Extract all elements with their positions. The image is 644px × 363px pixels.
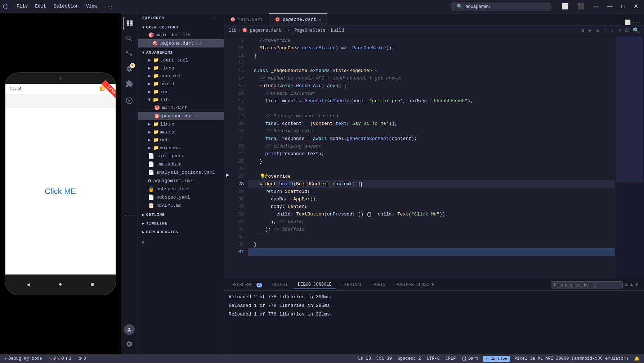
file-pageone-dart[interactable]: 🎯 pageone.dart — [138, 112, 224, 120]
panel-tab-postman[interactable]: POSTMAN CONSOLE — [391, 281, 439, 289]
sidebar: EXPLORER ··· ▼ OPEN EDITORS 🎯 main.dart … — [138, 13, 224, 354]
settings-icon[interactable] — [123, 337, 136, 350]
tab-pageone-dart[interactable]: 🎯 pageone.dart ✕ — [269, 13, 327, 26]
window-layout-btn-3[interactable]: ⚏ — [590, 2, 601, 10]
panel-tab-problems[interactable]: PROBLEMS 3 — [227, 281, 267, 289]
run-icon[interactable]: ▶ — [588, 27, 592, 34]
file-icon-analysis: 📄 — [148, 169, 154, 176]
phone-home-btn[interactable]: ● — [56, 280, 64, 289]
outline-header[interactable]: ▶ OUTLINE — [138, 211, 224, 218]
timeline-header[interactable]: ▶ TIMELINE — [138, 220, 224, 227]
window-layout-btn-1[interactable]: ⬜ — [559, 2, 572, 10]
panel-list-icon[interactable]: ≡ — [625, 282, 628, 288]
split-editor-icon[interactable]: ⬜ — [625, 19, 631, 26]
folder-lib[interactable]: ▼ 📂 lib — [138, 96, 224, 104]
phone-recents-btn[interactable]: ■ — [88, 280, 97, 289]
activity-remote[interactable] — [123, 94, 136, 107]
minimize-button[interactable]: — — [604, 2, 616, 10]
tab-main-dart[interactable]: 🎯 main.dart — [224, 13, 269, 26]
panel-scroll-down-icon[interactable]: ▼ — [635, 282, 638, 288]
status-encoding[interactable]: UTF-8 — [425, 356, 441, 361]
folder-dart-tool[interactable]: ▶ 📁 .dart_tool — [138, 56, 224, 64]
menu-more[interactable]: ··· — [101, 2, 116, 10]
refresh-icon[interactable]: ↻ — [595, 27, 600, 34]
search-bar[interactable]: 🔍 — [451, 2, 551, 11]
menu-selection[interactable]: Selection — [50, 2, 82, 10]
folder-web[interactable]: ▶ 📁 web — [138, 136, 224, 144]
go-live-button[interactable]: ⚡ Go Live — [483, 356, 510, 362]
window-layout-btn-2[interactable]: ⬛ — [574, 2, 587, 10]
status-notification[interactable]: 🔔 — [633, 356, 641, 362]
file-aquagemini-iml[interactable]: ⚙ aquagemini.iml — [138, 177, 224, 185]
file-metadata[interactable]: 📄 .metadata — [138, 160, 224, 168]
lightning-icon[interactable]: ⚡ — [617, 27, 622, 34]
file-readme[interactable]: 📋 README.md — [138, 201, 224, 210]
click-me-button-text[interactable]: Click ME — [45, 187, 76, 196]
arrow-up-icon[interactable]: ↑ — [603, 27, 607, 34]
status-line-endings[interactable]: CRLF — [444, 356, 457, 361]
language-icon: {} — [461, 356, 466, 361]
sidebar-expand-btn[interactable]: ▶ — [138, 236, 224, 248]
panel-tab-ports[interactable]: PORTS — [368, 281, 390, 289]
status-device[interactable]: Pixel 3a XL API 30000 (android-x86 emula… — [513, 356, 630, 361]
status-language[interactable]: {} Dart — [460, 356, 480, 361]
menu-edit[interactable]: Edit — [31, 2, 50, 10]
open-editor-pageone-dart[interactable]: ✕ 🎯 pageone.dart lib — [138, 39, 224, 47]
file-analysis-options[interactable]: 📄 analysis_options.yaml — [138, 168, 224, 177]
folder-build[interactable]: ▶ 📁 build — [138, 80, 224, 88]
grid-icon[interactable]: ⊞ — [581, 27, 585, 34]
file-pubspec-yaml[interactable]: 📄 pubspec.yaml — [138, 193, 224, 201]
code-line-21: // Receiving data — [248, 127, 615, 135]
folder-android[interactable]: ▶ 📁 android — [138, 72, 224, 80]
search-input[interactable] — [465, 4, 537, 9]
activity-search[interactable] — [123, 32, 136, 45]
panel-scroll-up-icon[interactable]: ▲ — [630, 282, 633, 288]
breadcrumb-method[interactable]: build — [331, 28, 344, 33]
status-spaces[interactable]: Spaces: 2 — [396, 356, 422, 361]
open-editor-main-dart[interactable]: 🎯 main.dart lib — [138, 31, 224, 39]
panel-filter-input[interactable] — [551, 281, 623, 289]
sidebar-menu-icon[interactable]: ··· — [211, 16, 220, 20]
panel-tab-output[interactable]: OUTPUT — [268, 281, 292, 289]
breadcrumb-file[interactable]: 🎯 pageone.dart — [242, 28, 281, 33]
folder-macos[interactable]: ▶ 📁 macos — [138, 128, 224, 136]
project-header[interactable]: ▼ AQUAGEMINI — [138, 49, 224, 56]
menu-view[interactable]: View — [82, 2, 101, 10]
status-errors[interactable]: ✕ 0 ⚠ 0 ℹ 3 — [48, 356, 73, 362]
maximize-button[interactable]: □ — [618, 2, 628, 10]
open-editors-header[interactable]: ▼ OPEN EDITORS — [138, 24, 224, 31]
breadcrumb-class[interactable]: ⚡ _PageOneState — [287, 28, 326, 33]
folder-ios[interactable]: ▶ 📁 ios — [138, 88, 224, 96]
folder-idea[interactable]: ▶ 📁 .idea — [138, 64, 224, 72]
user-avatar[interactable] — [124, 324, 135, 335]
code-content[interactable]: //@override State<PageOne> createState()… — [248, 35, 615, 279]
activity-debug[interactable]: 1 — [123, 62, 136, 75]
activity-extensions[interactable] — [123, 77, 136, 90]
panel-tab-terminal[interactable]: TERMINAL — [337, 281, 367, 289]
status-sync[interactable]: ⟳ 0 — [77, 356, 88, 362]
activity-explorer[interactable] — [123, 17, 136, 30]
close-editor-icon[interactable]: ✕ — [148, 41, 151, 46]
file-icon-metadata: 📄 — [148, 161, 154, 167]
gutter-debug-stop[interactable]: ▶ — [226, 171, 229, 179]
search-replace-icon[interactable]: 🔍 — [632, 27, 640, 34]
dependencies-header[interactable]: ▶ DEPENDENCIES — [138, 228, 224, 236]
menu-file[interactable]: File — [13, 2, 31, 10]
file-main-dart[interactable]: 🎯 main.dart — [138, 104, 224, 112]
tab-close-pageone[interactable]: ✕ — [318, 17, 321, 22]
close-button[interactable]: ✕ — [631, 2, 641, 10]
phone-back-btn[interactable]: ◀ — [24, 280, 33, 289]
arrow-down-icon[interactable]: ↓ — [610, 27, 614, 34]
file-gitignore[interactable]: 📄 .gitignore — [138, 152, 224, 160]
activity-more[interactable]: ··· — [123, 209, 136, 222]
panel-tab-debug-console[interactable]: DEBUG CONSOLE — [294, 281, 336, 289]
file-pubspec-lock[interactable]: 🔒 pubspec.lock — [138, 185, 224, 193]
activity-source-control[interactable] — [123, 47, 136, 60]
status-position[interactable]: Ln 28, Col 39 — [357, 356, 393, 361]
more-actions-icon[interactable]: ··· — [632, 20, 641, 26]
stop-icon[interactable]: □ — [625, 27, 629, 34]
breadcrumb-lib[interactable]: lib — [229, 28, 237, 33]
folder-linux[interactable]: ▶ 📁 linux — [138, 120, 224, 128]
folder-windows[interactable]: ▶ 📁 windows — [138, 144, 224, 152]
status-debug-btn[interactable]: ⚡ Debug my code — [3, 356, 44, 362]
